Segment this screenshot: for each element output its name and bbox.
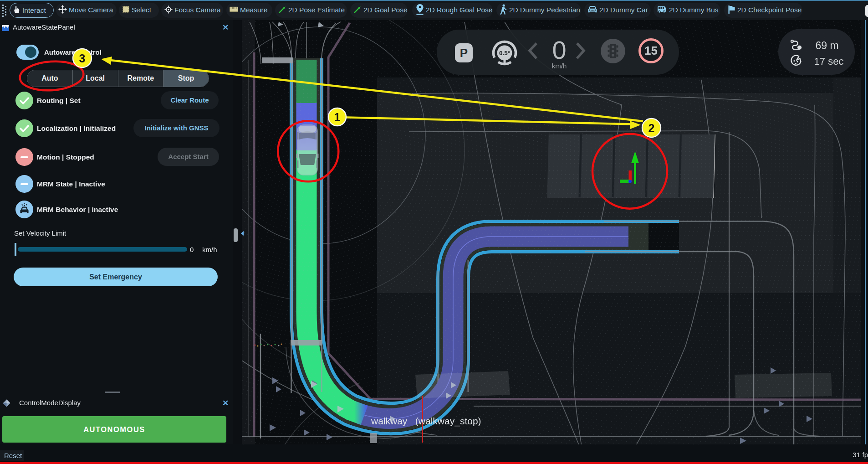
svg-text:walkway (walkway_stop): walkway (walkway_stop) <box>371 416 481 427</box>
svg-text:0.5°: 0.5° <box>499 50 510 57</box>
